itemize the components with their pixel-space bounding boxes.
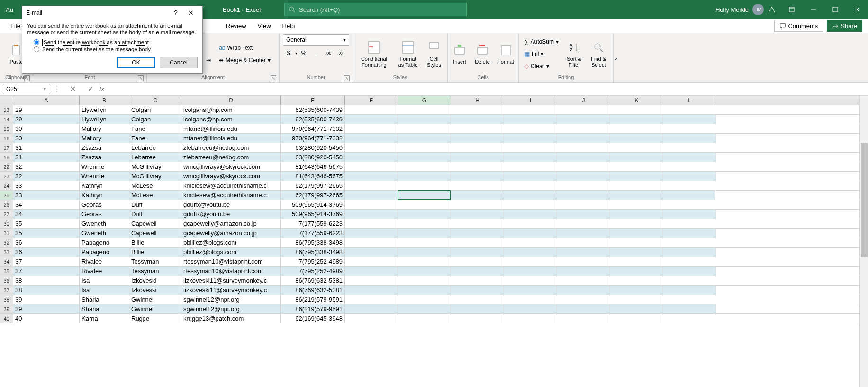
- cell[interactable]: [504, 181, 557, 190]
- cell[interactable]: [610, 286, 663, 295]
- cell[interactable]: [610, 200, 663, 209]
- cell[interactable]: [398, 115, 451, 124]
- cell[interactable]: Sharia: [80, 304, 129, 313]
- increase-decimal-button[interactable]: .00: [323, 47, 334, 59]
- cell[interactable]: [503, 191, 556, 200]
- cell[interactable]: [345, 229, 398, 238]
- cell[interactable]: Isa: [80, 276, 129, 285]
- cell[interactable]: 62(169)645-3948: [281, 314, 345, 323]
- cell[interactable]: [610, 295, 663, 304]
- cell[interactable]: [557, 304, 610, 313]
- user-account[interactable]: Holly Meikle HM: [715, 4, 764, 15]
- cell[interactable]: [663, 105, 716, 114]
- cell[interactable]: [557, 257, 610, 266]
- cell[interactable]: Gweneth: [80, 219, 129, 228]
- cell[interactable]: [610, 229, 663, 238]
- cell[interactable]: [610, 267, 663, 276]
- dialog-close-button[interactable]: ✕: [183, 6, 199, 19]
- cell[interactable]: kmclesew@acquirethisname.c: [181, 181, 281, 190]
- cell[interactable]: [451, 134, 504, 143]
- cell[interactable]: [398, 314, 451, 323]
- cell[interactable]: [345, 143, 398, 152]
- cell[interactable]: 62(535)600-7439: [281, 105, 345, 114]
- cell[interactable]: [345, 219, 398, 228]
- row-header[interactable]: 17: [0, 143, 13, 152]
- sort-filter-button[interactable]: AZSort & Filter: [563, 39, 585, 68]
- cell[interactable]: gcapewelly@amazon.co.jp: [181, 219, 281, 228]
- cell[interactable]: krugge13@patch.com: [181, 314, 281, 323]
- cell[interactable]: [557, 181, 610, 190]
- column-header-C[interactable]: C: [129, 96, 181, 105]
- cell[interactable]: Llywellyn: [80, 115, 129, 124]
- cell[interactable]: [398, 295, 451, 304]
- cell[interactable]: Karna: [80, 314, 129, 323]
- cell[interactable]: [345, 200, 398, 209]
- cell[interactable]: [663, 134, 716, 143]
- row-header[interactable]: 31: [0, 229, 13, 238]
- cell[interactable]: Mallory: [80, 134, 129, 143]
- cell[interactable]: zlebarreeu@netlog.com: [181, 153, 281, 162]
- cell[interactable]: 34: [13, 200, 80, 209]
- cell[interactable]: 29: [13, 105, 80, 114]
- cell[interactable]: Capewell: [129, 219, 181, 228]
- cell[interactable]: [556, 191, 609, 200]
- cell[interactable]: [345, 210, 398, 219]
- cell[interactable]: [450, 191, 503, 200]
- cell[interactable]: [451, 200, 504, 209]
- cell[interactable]: zlebarreeu@netlog.com: [181, 143, 281, 152]
- cell[interactable]: [663, 210, 716, 219]
- row-header[interactable]: 35: [0, 267, 13, 276]
- cell[interactable]: [504, 200, 557, 209]
- cell[interactable]: [609, 191, 662, 200]
- cell[interactable]: Fane: [129, 124, 181, 133]
- cell[interactable]: 40: [13, 314, 80, 323]
- cell[interactable]: 509(965)914-3769: [281, 200, 345, 209]
- cell[interactable]: 81(643)646-5675: [281, 162, 345, 171]
- cell[interactable]: 30: [13, 124, 80, 133]
- select-all-button[interactable]: [0, 96, 13, 105]
- wrap-text-button[interactable]: abWrap Text: [216, 42, 273, 54]
- cell[interactable]: [345, 115, 398, 124]
- cell[interactable]: [663, 314, 716, 323]
- cell[interactable]: [504, 238, 557, 247]
- cell[interactable]: Duff: [129, 200, 181, 209]
- cell[interactable]: 970(964)771-7332: [281, 124, 345, 133]
- cell[interactable]: 38: [13, 276, 80, 285]
- cell[interactable]: [663, 172, 716, 181]
- cell[interactable]: Georas: [80, 200, 129, 209]
- cell[interactable]: Wrennie: [80, 162, 129, 171]
- cell[interactable]: [504, 295, 557, 304]
- cell[interactable]: mfanet@illinois.edu: [181, 124, 281, 133]
- maximize-button[interactable]: [824, 0, 846, 19]
- cell[interactable]: [504, 143, 557, 152]
- column-header-J[interactable]: J: [557, 96, 610, 105]
- column-header-E[interactable]: E: [281, 96, 345, 105]
- cell[interactable]: Izkoveski: [129, 286, 181, 295]
- cell[interactable]: 7(795)252-4989: [281, 257, 345, 266]
- cell[interactable]: 39: [13, 295, 80, 304]
- ribbon-display-button[interactable]: [781, 0, 803, 19]
- cell[interactable]: 29: [13, 115, 80, 124]
- cancel-formula-button[interactable]: ✕: [66, 84, 79, 93]
- cell[interactable]: [557, 219, 610, 228]
- cell[interactable]: [504, 248, 557, 257]
- cell[interactable]: [345, 238, 398, 247]
- cancel-button[interactable]: Cancel: [160, 57, 198, 68]
- cell[interactable]: [451, 304, 504, 313]
- radio-send-sheet[interactable]: [34, 46, 39, 52]
- cell[interactable]: 62(179)997-2665: [281, 191, 345, 200]
- clipboard-dialog-launcher[interactable]: ⤡: [24, 75, 30, 81]
- cell[interactable]: 62(535)600-7439: [281, 115, 345, 124]
- cell[interactable]: 39: [13, 304, 80, 313]
- cell[interactable]: 86(795)338-3498: [281, 248, 345, 257]
- tab-review[interactable]: Review: [220, 19, 252, 33]
- cell[interactable]: [557, 314, 610, 323]
- cell[interactable]: gduffx@youtu.be: [181, 200, 281, 209]
- cell[interactable]: 63(280)920-5450: [281, 153, 345, 162]
- cell[interactable]: Lebarree: [129, 143, 181, 152]
- cell[interactable]: [663, 124, 716, 133]
- cell[interactable]: [451, 143, 504, 152]
- cell[interactable]: [504, 257, 557, 266]
- cell[interactable]: [345, 295, 398, 304]
- coming-soon-icon[interactable]: [761, 0, 783, 19]
